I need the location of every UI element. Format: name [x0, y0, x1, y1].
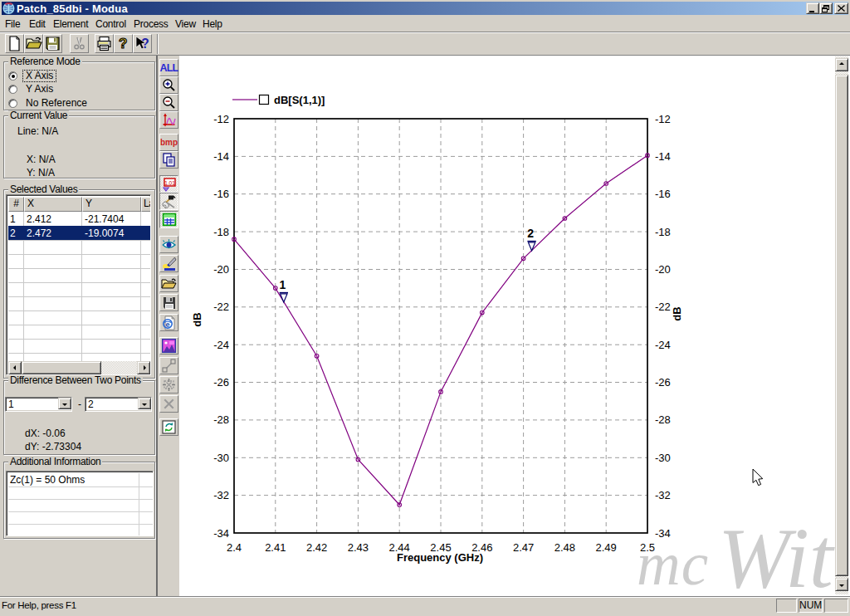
svg-text:2.5: 2.5	[640, 541, 655, 554]
svg-text:-16: -16	[213, 188, 229, 200]
svg-text:-24: -24	[213, 339, 229, 351]
svg-text:2.42: 2.42	[306, 541, 327, 554]
svg-text:Wit: Wit	[718, 510, 835, 594]
svg-text:-20: -20	[213, 263, 229, 276]
svg-text:dB: dB	[191, 312, 203, 326]
svg-text:-18: -18	[213, 226, 229, 238]
svg-text:-18: -18	[655, 226, 671, 238]
svg-text:-22: -22	[655, 301, 671, 313]
svg-text:-28: -28	[655, 413, 671, 426]
svg-text:2: 2	[527, 227, 534, 240]
svg-text:2.43: 2.43	[348, 541, 369, 554]
svg-text:-24: -24	[655, 339, 671, 351]
svg-text:2.49: 2.49	[596, 541, 617, 554]
svg-text:-26: -26	[655, 376, 671, 389]
svg-text:Frequency (GHz): Frequency (GHz)	[397, 551, 483, 564]
svg-text:mc: mc	[637, 530, 709, 594]
svg-text:2.48: 2.48	[554, 541, 575, 554]
svg-text:-32: -32	[655, 489, 671, 501]
svg-text:-30: -30	[655, 452, 671, 464]
svg-text:2.47: 2.47	[513, 541, 534, 554]
svg-text:-30: -30	[213, 452, 229, 464]
svg-text:dB[S(1,1)]: dB[S(1,1)]	[274, 94, 325, 106]
svg-text:-14: -14	[655, 150, 671, 163]
svg-text:-16: -16	[655, 188, 671, 200]
svg-text:-20: -20	[655, 263, 671, 276]
svg-text:e: e	[166, 320, 170, 328]
svg-text:-14: -14	[213, 150, 229, 163]
svg-text:-32: -32	[213, 489, 229, 501]
svg-text:2.4: 2.4	[227, 541, 242, 554]
svg-text:dB: dB	[671, 306, 683, 320]
svg-text:-26: -26	[213, 376, 229, 389]
svg-text:-12: -12	[213, 113, 229, 125]
svg-text:-12: -12	[655, 113, 671, 125]
svg-text:-22: -22	[213, 301, 229, 313]
svg-text:-34: -34	[213, 527, 229, 540]
svg-text:-34: -34	[655, 527, 671, 540]
svg-text:-28: -28	[213, 413, 229, 426]
svg-text:1.01: 1.01	[164, 179, 175, 185]
svg-text:2.41: 2.41	[265, 541, 286, 554]
svg-text:1: 1	[279, 278, 286, 291]
